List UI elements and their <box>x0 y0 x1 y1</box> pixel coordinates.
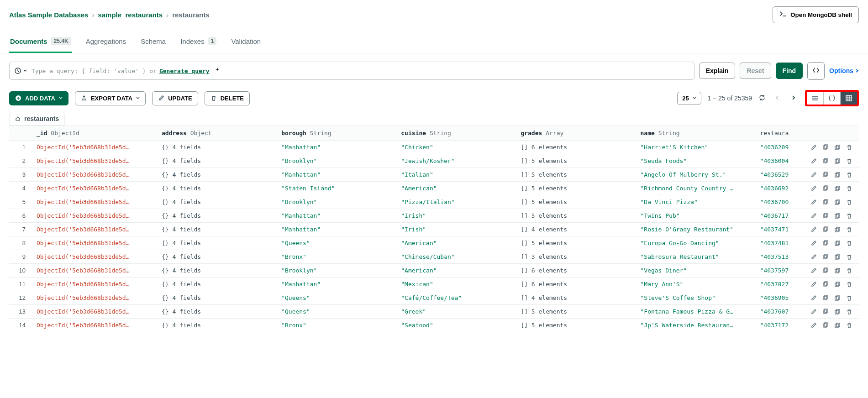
cell-id[interactable]: ObjectId('5eb3d668b31de5d… <box>32 195 157 209</box>
cell-address[interactable]: {} 4 fields <box>157 278 277 291</box>
cell-id[interactable]: ObjectId('5eb3d668b31de5d… <box>32 264 157 278</box>
cell-address[interactable]: {} 4 fields <box>157 236 277 250</box>
clone-icon[interactable] <box>834 281 841 288</box>
cell-cuisine[interactable]: "Irish" <box>396 223 516 236</box>
cell-id[interactable]: ObjectId('5eb3d668b31de5d… <box>32 209 157 223</box>
trash-icon[interactable] <box>846 254 852 260</box>
cell-borough[interactable]: "Manhattan" <box>277 209 396 223</box>
query-history-button[interactable] <box>14 67 27 74</box>
trash-icon[interactable] <box>846 322 852 329</box>
cell-id[interactable]: ObjectId('5eb3d668b31de5d… <box>32 305 157 319</box>
tab-aggregations[interactable]: Aggregations <box>85 31 127 53</box>
cell-restaurant-id[interactable]: "4036004 <box>756 154 794 168</box>
cell-borough[interactable]: "Brooklyn" <box>277 154 396 168</box>
copy-icon[interactable] <box>822 226 829 233</box>
tab-indexes[interactable]: Indexes 1 <box>179 31 217 53</box>
cell-address[interactable]: {} 4 fields <box>157 168 277 182</box>
clone-icon[interactable] <box>834 295 841 301</box>
table-row[interactable]: 4 ObjectId('5eb3d668b31de5d… {} 4 fields… <box>9 182 859 195</box>
copy-icon[interactable] <box>822 240 829 246</box>
cell-cuisine[interactable]: "American" <box>396 236 516 250</box>
cell-grades[interactable]: [] 5 elements <box>516 182 636 195</box>
table-row[interactable]: 5 ObjectId('5eb3d668b31de5d… {} 4 fields… <box>9 195 859 209</box>
trash-icon[interactable] <box>846 158 852 164</box>
col-id[interactable]: _id ObjectId <box>32 126 157 141</box>
cell-name[interactable]: "Angelo Of Mulberry St." <box>636 168 755 182</box>
trash-icon[interactable] <box>846 144 852 151</box>
update-button[interactable]: UPDATE <box>152 91 198 105</box>
open-shell-button[interactable]: Open MongoDB shell <box>773 6 859 23</box>
cell-address[interactable]: {} 4 fields <box>157 209 277 223</box>
cell-name[interactable]: "Seuda Foods" <box>636 154 755 168</box>
cell-name[interactable]: "Jp'S Waterside Restauran… <box>636 319 755 332</box>
cell-id[interactable]: ObjectId('5eb3d668b31de5d… <box>32 278 157 291</box>
table-row[interactable]: 8 ObjectId('5eb3d668b31de5d… {} 4 fields… <box>9 236 859 250</box>
clone-icon[interactable] <box>834 213 841 219</box>
cell-id[interactable]: ObjectId('5eb3d668b31de5d… <box>32 141 157 154</box>
cell-cuisine[interactable]: "Italian" <box>396 168 516 182</box>
table-row[interactable]: 12 ObjectId('5eb3d668b31de5d… {} 4 field… <box>9 291 859 305</box>
prev-page-button[interactable] <box>772 93 782 104</box>
clone-icon[interactable] <box>834 185 841 192</box>
trash-icon[interactable] <box>846 185 852 192</box>
cell-restaurant-id[interactable]: "4037827 <box>756 278 794 291</box>
cell-cuisine[interactable]: "Chinese/Cuban" <box>396 250 516 264</box>
cell-borough[interactable]: "Manhattan" <box>277 141 396 154</box>
view-json-button[interactable] <box>823 92 840 105</box>
table-row[interactable]: 3 ObjectId('5eb3d668b31de5d… {} 4 fields… <box>9 168 859 182</box>
col-cuisine[interactable]: cuisine String <box>396 126 516 141</box>
cell-address[interactable]: {} 4 fields <box>157 305 277 319</box>
cell-cuisine[interactable]: "American" <box>396 182 516 195</box>
trash-icon[interactable] <box>846 226 852 233</box>
cell-borough[interactable]: "Manhattan" <box>277 278 396 291</box>
cell-address[interactable]: {} 4 fields <box>157 223 277 236</box>
cell-address[interactable]: {} 4 fields <box>157 250 277 264</box>
trash-icon[interactable] <box>846 295 852 301</box>
cell-cuisine[interactable]: "Pizza/Italian" <box>396 195 516 209</box>
cell-address[interactable]: {} 4 fields <box>157 182 277 195</box>
trash-icon[interactable] <box>846 240 852 246</box>
cell-restaurant-id[interactable]: "4036700 <box>756 195 794 209</box>
edit-icon[interactable] <box>810 185 817 192</box>
find-button[interactable]: Find <box>776 63 803 79</box>
cell-grades[interactable]: [] 3 elements <box>516 250 636 264</box>
edit-icon[interactable] <box>810 267 817 274</box>
cell-grades[interactable]: [] 5 elements <box>516 168 636 182</box>
cell-id[interactable]: ObjectId('5eb3d668b31de5d… <box>32 182 157 195</box>
edit-icon[interactable] <box>810 309 817 315</box>
cell-restaurant-id[interactable]: "4037481 <box>756 236 794 250</box>
clone-icon[interactable] <box>834 144 841 151</box>
col-grades[interactable]: grades Array <box>516 126 636 141</box>
table-row[interactable]: 2 ObjectId('5eb3d668b31de5d… {} 4 fields… <box>9 154 859 168</box>
cell-restaurant-id[interactable]: "4037172 <box>756 319 794 332</box>
cell-name[interactable]: "Rosie O'Grady Restaurant" <box>636 223 755 236</box>
cell-restaurant-id[interactable]: "4036529 <box>756 168 794 182</box>
cell-id[interactable]: ObjectId('5eb3d668b31de5d… <box>32 291 157 305</box>
cell-address[interactable]: {} 4 fields <box>157 319 277 332</box>
edit-icon[interactable] <box>810 254 817 260</box>
cell-address[interactable]: {} 4 fields <box>157 291 277 305</box>
cell-grades[interactable]: [] 5 elements <box>516 305 636 319</box>
delete-button[interactable]: DELETE <box>205 91 250 105</box>
copy-icon[interactable] <box>822 254 829 260</box>
cell-borough[interactable]: "Brooklyn" <box>277 195 396 209</box>
trash-icon[interactable] <box>846 281 852 288</box>
table-row[interactable]: 9 ObjectId('5eb3d668b31de5d… {} 4 fields… <box>9 250 859 264</box>
edit-icon[interactable] <box>810 322 817 329</box>
cell-grades[interactable]: [] 6 elements <box>516 264 636 278</box>
cell-id[interactable]: ObjectId('5eb3d668b31de5d… <box>32 236 157 250</box>
code-view-button[interactable] <box>807 62 825 80</box>
table-breadcrumb-chip[interactable]: restaurants <box>9 112 65 126</box>
trash-icon[interactable] <box>846 172 852 178</box>
explain-button[interactable]: Explain <box>699 63 736 79</box>
copy-icon[interactable] <box>822 185 829 192</box>
cell-borough[interactable]: "Bronx" <box>277 319 396 332</box>
cell-address[interactable]: {} 4 fields <box>157 154 277 168</box>
table-row[interactable]: 14 ObjectId('5eb3d668b31de5d… {} 4 field… <box>9 319 859 332</box>
cell-address[interactable]: {} 4 fields <box>157 195 277 209</box>
copy-icon[interactable] <box>822 199 829 205</box>
trash-icon[interactable] <box>846 267 852 274</box>
query-input-container[interactable]: Type a query: { field: 'value' } or Gene… <box>9 62 694 80</box>
cell-borough[interactable]: "Manhattan" <box>277 223 396 236</box>
cell-borough[interactable]: "Queens" <box>277 305 396 319</box>
